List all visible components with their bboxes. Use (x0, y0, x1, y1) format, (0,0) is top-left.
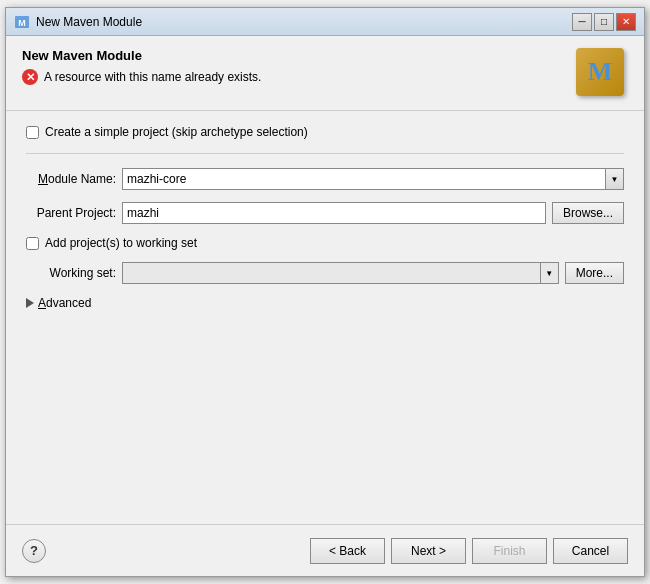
parent-project-input[interactable] (122, 202, 546, 224)
simple-project-checkbox[interactable] (26, 126, 39, 139)
more-button[interactable]: More... (565, 262, 624, 284)
advanced-row[interactable]: Advanced (26, 296, 624, 310)
help-button[interactable]: ? (22, 539, 46, 563)
working-set-row: Working set: ▼ More... (26, 262, 624, 284)
close-button[interactable]: ✕ (616, 13, 636, 31)
working-set-checkbox-label[interactable]: Add project(s) to working set (45, 236, 197, 250)
browse-button[interactable]: Browse... (552, 202, 624, 224)
module-name-label: Module Name: (26, 172, 116, 186)
module-name-input-container: ▼ (122, 168, 624, 190)
maximize-button[interactable]: □ (594, 13, 614, 31)
next-button[interactable]: Next > (391, 538, 466, 564)
error-message: A resource with this name already exists… (44, 70, 261, 84)
dialog-title: New Maven Module (22, 48, 261, 63)
minimize-button[interactable]: ─ (572, 13, 592, 31)
advanced-label: Advanced (38, 296, 91, 310)
parent-project-row: Parent Project: Browse... (26, 202, 624, 224)
working-set-input (122, 262, 541, 284)
titlebar-buttons: ─ □ ✕ (572, 13, 636, 31)
back-button[interactable]: < Back (310, 538, 385, 564)
working-set-combo: ▼ (122, 262, 559, 284)
spacer (26, 322, 624, 510)
parent-project-label: Parent Project: (26, 206, 116, 220)
working-set-checkbox[interactable] (26, 237, 39, 250)
header-section: New Maven Module ✕ A resource with this … (6, 36, 644, 111)
footer: ? < Back Next > Finish Cancel (6, 524, 644, 576)
footer-buttons: < Back Next > Finish Cancel (310, 538, 628, 564)
working-set-dropdown: ▼ (541, 262, 559, 284)
module-name-row: Module Name: ▼ (26, 168, 624, 190)
dialog-window: M New Maven Module ─ □ ✕ New Maven Modul… (5, 7, 645, 577)
working-set-label: Working set: (26, 266, 116, 280)
titlebar-title: New Maven Module (36, 15, 572, 29)
finish-button[interactable]: Finish (472, 538, 547, 564)
advanced-triangle-icon (26, 298, 34, 308)
simple-project-label[interactable]: Create a simple project (skip archetype … (45, 125, 308, 139)
footer-left: ? (22, 539, 46, 563)
module-name-input[interactable] (122, 168, 606, 190)
svg-text:M: M (18, 18, 26, 28)
titlebar-icon: M (14, 14, 30, 30)
divider (26, 153, 624, 154)
header-left: New Maven Module ✕ A resource with this … (22, 48, 261, 85)
module-name-dropdown[interactable]: ▼ (606, 168, 624, 190)
cancel-button[interactable]: Cancel (553, 538, 628, 564)
error-icon: ✕ (22, 69, 38, 85)
error-row: ✕ A resource with this name already exis… (22, 69, 261, 85)
titlebar: M New Maven Module ─ □ ✕ (6, 8, 644, 36)
dialog-content: New Maven Module ✕ A resource with this … (6, 36, 644, 576)
maven-icon (576, 48, 628, 100)
maven-icon-box (576, 48, 624, 96)
form-section: Create a simple project (skip archetype … (6, 111, 644, 524)
simple-project-row: Create a simple project (skip archetype … (26, 125, 624, 139)
working-set-checkbox-row: Add project(s) to working set (26, 236, 624, 250)
